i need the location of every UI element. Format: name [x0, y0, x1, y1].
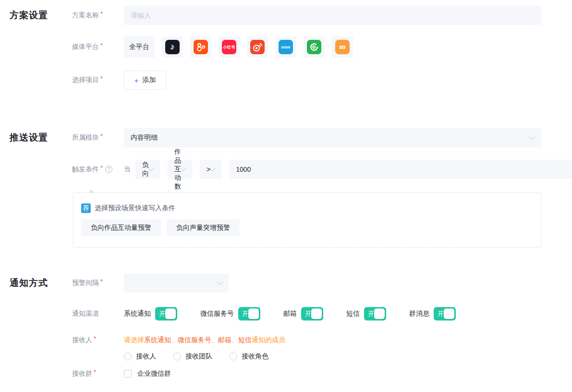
metric-select[interactable]: 作品互动数: [168, 160, 192, 179]
receive-group-label-cell: 接收群 *: [72, 369, 124, 378]
radio-receiver-role[interactable]: 接收角色: [230, 352, 268, 361]
required-asterisk: *: [100, 165, 103, 171]
trigger-when-text: 当: [124, 165, 131, 174]
module-select-value: 内容明细: [131, 133, 158, 142]
recipients-label: 接收人: [72, 336, 92, 344]
module-row: 推送设置 所属模块 * 内容明细: [0, 128, 572, 147]
hint-keyword-sms: 短信: [238, 336, 252, 344]
trigger-label: 触发条件: [72, 165, 99, 174]
metric-select-value: 作品互动数: [174, 148, 181, 191]
wechat-service-toggle[interactable]: 开: [238, 307, 260, 321]
radio-icon: [173, 353, 181, 360]
weibo-icon: [250, 40, 265, 54]
threshold-input[interactable]: [229, 160, 572, 179]
preset-option-negative-volume[interactable]: 负向声量突增预警: [167, 219, 240, 237]
sentiment-select[interactable]: 负向: [135, 160, 160, 179]
infinity-glyph: ∞: [339, 42, 346, 51]
toggle-knob: [165, 309, 176, 319]
toggle-knob: [374, 309, 385, 319]
hint-separator: 、: [171, 336, 178, 344]
toggle-on-label: 开: [438, 309, 444, 318]
radio-label: 接收团队: [185, 352, 212, 361]
platform-tile-kuaishou[interactable]: [190, 36, 211, 58]
platform-tile-douyin[interactable]: ♪: [162, 36, 183, 58]
sms-toggle[interactable]: 开: [364, 307, 386, 321]
trigger-condition-row: 触发条件 * ? 当 负向 作品互动数 > 时 +: [0, 160, 572, 179]
recipient-type-row: 接收人 接收团队 接收角色: [0, 352, 572, 361]
wecom-group-checkbox[interactable]: [124, 370, 132, 378]
plan-name-row: 方案设置 方案名称 *: [0, 6, 572, 25]
hint-keyword-wechat: 微信服务号: [178, 336, 211, 344]
platform-tile-bilibili[interactable]: bilibili: [275, 36, 296, 58]
radio-label: 接收角色: [242, 352, 268, 361]
channel-group-message: 群消息 开: [409, 307, 456, 321]
module-select[interactable]: 内容明细: [124, 128, 541, 147]
toggle-on-label: 开: [242, 309, 248, 318]
radio-receiver-person[interactable]: 接收人: [124, 352, 156, 361]
media-platform-row: 媒体平台 * 全平台 ♪ 小红书: [0, 36, 572, 58]
platform-tile-weibo[interactable]: [247, 36, 268, 58]
douyin-icon: ♪: [165, 40, 180, 54]
recipients-label-cell: 接收人 *: [72, 336, 124, 344]
toggle-knob: [444, 309, 454, 319]
help-question-icon[interactable]: ?: [105, 166, 112, 173]
channel-email: 邮箱 开: [283, 307, 323, 321]
chevron-down-icon: [209, 165, 216, 171]
required-asterisk: *: [100, 42, 103, 48]
green-swirl-icon: [307, 40, 321, 54]
preset-option-negative-interaction[interactable]: 负向作品互动量预警: [81, 219, 161, 237]
notify-channels-row: 通知渠道 系统通知 开 微信服务号 开 邮箱 开 短信: [0, 307, 572, 321]
platform-tile-xiaohongshu[interactable]: 小红书: [219, 36, 240, 58]
radio-receiver-team[interactable]: 接收团队: [173, 352, 212, 361]
hint-keyword-email: 邮箱: [218, 336, 231, 344]
receive-group-label: 接收群: [72, 369, 92, 378]
hint-keyword-system: 系统通知: [144, 336, 171, 344]
section-title-push-settings: 推送设置: [10, 131, 72, 144]
plan-name-label-cell: 方案名称 *: [72, 11, 124, 20]
plan-name-input[interactable]: [124, 6, 541, 25]
all-platforms-button[interactable]: 全平台: [124, 36, 155, 58]
interval-label: 预警间隔: [72, 279, 99, 287]
preset-scenes-panel: 荐 选择预设场景快速写入条件 负向作品互动量预警 负向声量突增预警: [73, 192, 541, 248]
recommend-badge-icon: 荐: [81, 203, 91, 213]
interval-label-cell: 预警间隔 *: [72, 279, 124, 287]
chevron-down-icon: [217, 279, 223, 285]
group-message-toggle[interactable]: 开: [434, 307, 456, 321]
toggle-on-label: 开: [305, 309, 311, 318]
interval-select[interactable]: [124, 273, 229, 293]
platform-tile-green-swirl[interactable]: [304, 36, 325, 58]
email-toggle[interactable]: 开: [301, 307, 323, 321]
media-platform-label-cell: 媒体平台 *: [72, 43, 124, 51]
select-project-label-cell: 选择项目 *: [72, 76, 124, 84]
channel-system-notify: 系统通知 开: [124, 307, 177, 321]
radio-label: 接收人: [136, 352, 156, 361]
panel-caret-up-icon: [88, 190, 95, 193]
media-platform-label: 媒体平台: [72, 43, 99, 51]
plus-icon: +: [134, 76, 139, 84]
channels-label-cell: 通知渠道: [72, 309, 124, 318]
section-title-notify-method: 通知方式: [10, 277, 72, 289]
channel-name: 邮箱: [283, 309, 297, 318]
channel-name: 微信服务号: [200, 309, 234, 318]
xiaohongshu-icon: 小红书: [222, 40, 236, 54]
channels-label: 通知渠道: [72, 309, 99, 318]
hint-separator: 、: [231, 336, 238, 344]
question-glyph: ?: [108, 166, 110, 172]
section-title-plan-settings: 方案设置: [10, 9, 72, 22]
required-asterisk: *: [100, 11, 103, 17]
module-label-cell: 所属模块 *: [72, 133, 124, 142]
platform-tile-wechat-channels[interactable]: ∞: [332, 36, 353, 58]
trigger-label-cell: 触发条件 * ?: [72, 165, 124, 174]
kuaishou-icon: [194, 40, 208, 54]
hint-prefix: 请选择: [124, 336, 144, 344]
operator-select[interactable]: >: [200, 160, 221, 179]
toggle-on-label: 开: [159, 309, 165, 318]
add-project-button[interactable]: + 添加: [124, 71, 166, 90]
alert-interval-row: 通知方式 预警间隔 *: [0, 273, 572, 293]
recipients-row: 接收人 * 请选择系统通知、微信服务号、邮箱、短信通知的成员: [0, 336, 572, 344]
channel-name: 系统通知: [124, 309, 151, 318]
required-asterisk: *: [100, 133, 103, 139]
hint-suffix: 通知的成员: [252, 336, 285, 344]
chevron-down-icon: [529, 133, 535, 140]
system-notify-toggle[interactable]: 开: [155, 307, 177, 321]
